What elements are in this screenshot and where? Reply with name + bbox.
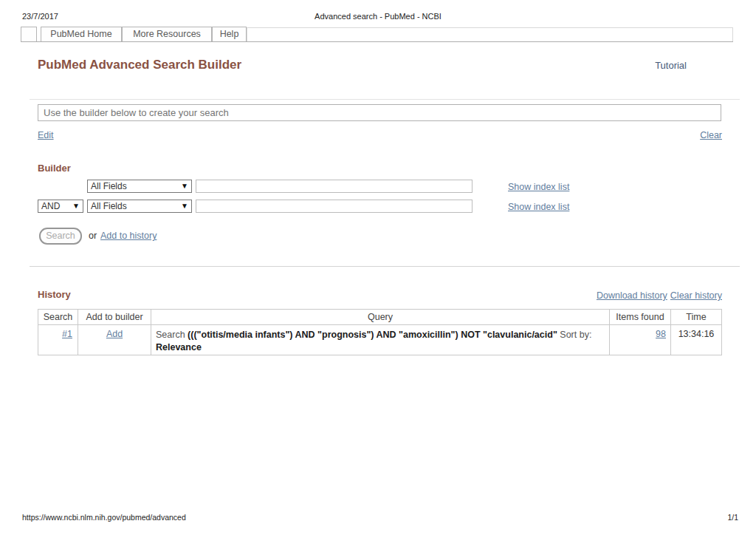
term-input-row2[interactable] [196,200,472,213]
items-found-link[interactable]: 98 [656,329,666,339]
sort-by-label: Sort by: [560,330,591,340]
print-header-title: Advanced search - PubMed - NCBI [0,12,756,21]
print-footer-url: https://www.ncbi.nlm.nih.gov/pubmed/adva… [22,513,186,522]
field-dropdown-row1-value: All Fields [91,181,127,191]
boolean-dropdown-row2-value: AND [41,201,60,211]
add-link[interactable]: Add [106,329,123,339]
clear-history-link[interactable]: Clear history [670,290,722,301]
boolean-dropdown-row2[interactable]: AND ▼ [38,200,83,213]
chevron-down-icon: ▼ [181,183,188,190]
tab-bar-spacer [247,27,733,42]
tutorial-link[interactable]: Tutorial [655,60,687,71]
or-text: or [89,231,97,241]
add-to-history-link[interactable]: Add to history [100,231,157,241]
builder-heading: Builder [38,163,71,174]
show-index-list-link-row2[interactable]: Show index list [508,202,569,212]
time-cell: 13:34:16 [671,325,722,355]
search-number-cell: #1 [38,325,78,355]
history-table-row: #1 Add Search ((("otitis/media infants")… [38,325,722,355]
tab-stub[interactable] [21,27,37,42]
column-header-query: Query [151,310,610,325]
term-input-row1[interactable] [196,180,472,193]
download-history-link[interactable]: Download history [597,290,667,301]
history-links: Download historyClear history [594,290,722,301]
query-prefix: Search [156,330,185,340]
column-header-time: Time [671,310,722,325]
section-divider [30,266,740,267]
add-to-builder-cell: Add [78,325,151,355]
query-cell: Search ((("otitis/media infants") AND "p… [151,325,610,355]
history-table-header-row: Search Add to builder Query Items found … [38,310,722,325]
tab-pubmed-home[interactable]: PubMed Home [41,27,122,42]
chevron-down-icon: ▼ [72,202,80,210]
column-header-items-found: Items found [610,310,671,325]
tab-more-resources[interactable]: More Resources [122,27,212,42]
column-header-add-to-builder: Add to builder [78,310,151,325]
clear-link[interactable]: Clear [700,130,722,140]
top-divider [30,99,740,100]
tab-bar-divider [21,41,733,42]
history-table: Search Add to builder Query Items found … [38,309,722,355]
search-number-link[interactable]: #1 [62,329,72,339]
print-footer-page-number: 1/1 [727,513,738,522]
search-button[interactable]: Search [39,228,82,245]
field-dropdown-row2[interactable]: All Fields ▼ [87,200,192,213]
query-preview-input[interactable] [38,104,721,121]
column-header-search: Search [38,310,78,325]
sort-by-value: Relevance [156,342,202,352]
items-found-cell: 98 [610,325,671,355]
page-title: PubMed Advanced Search Builder [38,58,241,72]
query-text: ((("otitis/media infants") AND "prognosi… [188,330,557,340]
tab-help[interactable]: Help [212,27,247,42]
field-dropdown-row1[interactable]: All Fields ▼ [87,180,192,193]
show-index-list-link-row1[interactable]: Show index list [508,182,569,192]
field-dropdown-row2-value: All Fields [91,201,127,211]
chevron-down-icon: ▼ [181,202,188,210]
history-heading: History [38,289,71,300]
edit-link[interactable]: Edit [38,130,54,140]
